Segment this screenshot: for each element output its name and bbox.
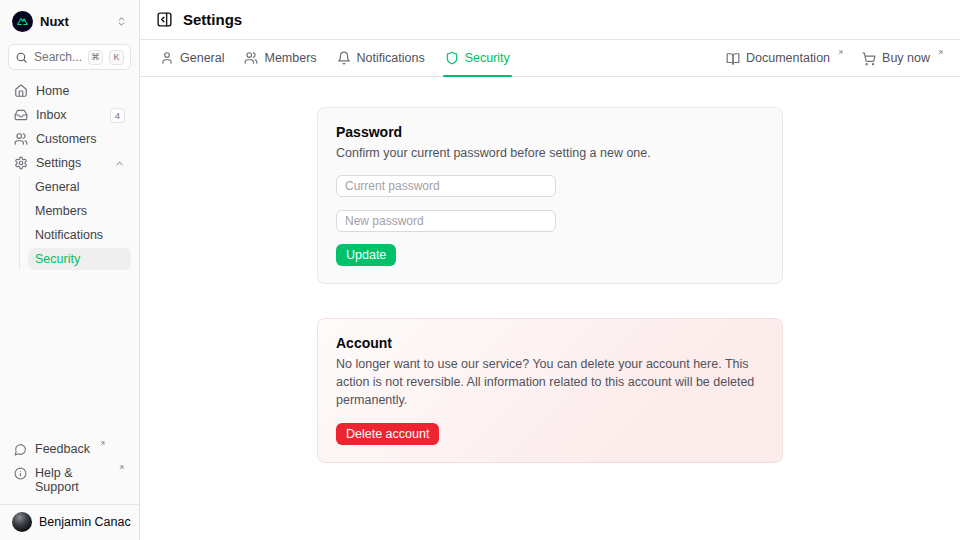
avatar — [12, 512, 32, 532]
sidebar-footer: Feedback Help & Support — [8, 438, 131, 504]
info-circle-icon — [14, 467, 27, 480]
external-link-icon — [99, 440, 106, 447]
sidebar-item-label: Members — [35, 204, 87, 218]
sidebar-item-notifications[interactable]: Notifications — [28, 224, 131, 246]
sidebar-item-label: General — [35, 180, 79, 194]
chevron-up-icon — [114, 158, 125, 169]
bell-icon — [337, 51, 351, 65]
gear-icon — [14, 156, 28, 170]
password-card-title: Password — [336, 124, 764, 140]
sidebar: Nuxt Search... ⌘ K Home — [0, 0, 140, 540]
sidebar-nav: Home Inbox 4 Customers Settings — [8, 80, 131, 270]
sidebar-item-security[interactable]: Security — [28, 248, 131, 270]
delete-account-button[interactable]: Delete account — [336, 423, 439, 445]
tab-general[interactable]: General — [160, 40, 224, 76]
settings-submenu: General Members Notifications Security — [19, 176, 131, 270]
buy-now-label: Buy now — [882, 51, 930, 65]
sidebar-item-label: Inbox — [36, 108, 102, 122]
user-icon — [160, 51, 174, 65]
buy-now-link[interactable]: Buy now — [862, 51, 944, 66]
password-card-description: Confirm your current password before set… — [336, 144, 764, 162]
sidebar-item-general[interactable]: General — [28, 176, 131, 198]
kbd-k: K — [109, 50, 124, 65]
search-placeholder: Search... — [34, 50, 82, 64]
sidebar-item-label: Customers — [36, 132, 125, 146]
sidebar-item-label: Settings — [36, 156, 106, 170]
current-password-field[interactable] — [336, 175, 556, 197]
workspace-name: Nuxt — [40, 14, 109, 29]
main-area: Settings General Members Notifications — [140, 0, 960, 540]
nuxt-logo-icon — [12, 11, 33, 32]
home-icon — [14, 84, 28, 98]
header-actions: Documentation Buy now — [726, 51, 944, 66]
tab-label: Members — [264, 51, 316, 65]
page-header: Settings — [140, 0, 960, 40]
chevrons-up-down-icon — [116, 16, 127, 27]
collapse-sidebar-icon[interactable] — [156, 11, 173, 28]
new-password-field[interactable] — [336, 210, 556, 232]
external-link-icon — [837, 49, 844, 56]
user-name: Benjamin Canac — [39, 515, 131, 529]
tab-label: Security — [465, 51, 510, 65]
shield-icon — [445, 51, 459, 65]
sidebar-item-label: Security — [35, 252, 80, 266]
users-icon — [14, 132, 28, 146]
tab-bar: General Members Notifications Security — [140, 40, 960, 77]
documentation-label: Documentation — [746, 51, 830, 65]
help-support-label: Help & Support — [35, 466, 109, 494]
search-input[interactable]: Search... ⌘ K — [8, 44, 131, 70]
inbox-icon — [14, 108, 28, 122]
inbox-count-badge: 4 — [110, 108, 125, 123]
book-open-icon — [726, 52, 740, 66]
page-title: Settings — [183, 11, 242, 28]
account-card-title: Account — [336, 335, 764, 351]
tab-label: General — [180, 51, 224, 65]
users-icon — [244, 51, 258, 65]
shopping-cart-icon — [862, 52, 876, 66]
sidebar-item-settings[interactable]: Settings — [8, 152, 131, 174]
external-link-icon — [118, 464, 125, 471]
password-card: Password Confirm your current password b… — [317, 107, 783, 284]
update-button[interactable]: Update — [336, 244, 396, 266]
external-link-icon — [937, 49, 944, 56]
feedback-link[interactable]: Feedback — [8, 438, 131, 460]
account-card-description: No longer want to use our service? You c… — [336, 355, 764, 409]
account-card: Account No longer want to use our servic… — [317, 318, 783, 463]
tab-members[interactable]: Members — [244, 40, 316, 76]
settings-security-panel: Password Confirm your current password b… — [140, 77, 960, 540]
sidebar-item-label: Notifications — [35, 228, 103, 242]
tab-notifications[interactable]: Notifications — [337, 40, 425, 76]
sidebar-item-members[interactable]: Members — [28, 200, 131, 222]
speech-bubble-icon — [14, 443, 27, 456]
sidebar-item-home[interactable]: Home — [8, 80, 131, 102]
tab-security[interactable]: Security — [445, 40, 510, 76]
sidebar-item-label: Home — [36, 84, 125, 98]
workspace-switcher[interactable]: Nuxt — [8, 0, 131, 42]
help-support-link[interactable]: Help & Support — [8, 462, 131, 498]
feedback-label: Feedback — [35, 442, 90, 456]
search-icon — [15, 51, 28, 64]
sidebar-item-customers[interactable]: Customers — [8, 128, 131, 150]
kbd-meta: ⌘ — [88, 50, 103, 65]
app-window: Nuxt Search... ⌘ K Home — [0, 0, 960, 540]
documentation-link[interactable]: Documentation — [726, 51, 844, 66]
tab-label: Notifications — [357, 51, 425, 65]
sidebar-item-inbox[interactable]: Inbox 4 — [8, 104, 131, 126]
user-menu[interactable]: Benjamin Canac — [0, 504, 139, 540]
